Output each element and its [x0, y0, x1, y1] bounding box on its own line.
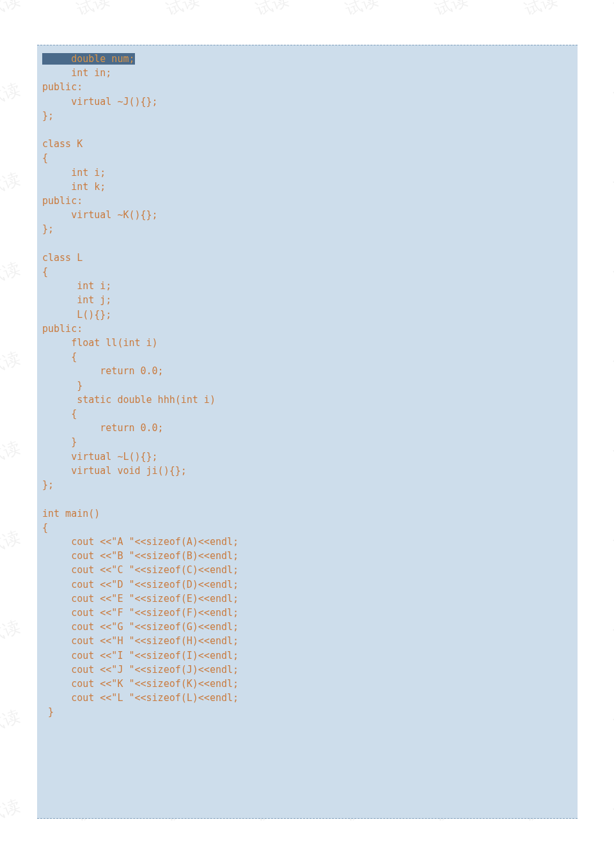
code-line: int j;: [42, 294, 111, 306]
code-line: }: [42, 380, 83, 391]
code-line: int k;: [42, 181, 106, 193]
code-line: class K: [42, 138, 83, 150]
watermark-text: 试读: [611, 705, 614, 738]
watermark-text: 试读: [0, 436, 23, 469]
watermark-text: 试读: [0, 257, 23, 290]
watermark-text: 试读: [0, 168, 23, 200]
watermark-text: 试读: [432, 0, 471, 21]
code-line: virtual ~J(){};: [42, 96, 158, 107]
code-line: cout <<"C "<<sizeof(C)<<endl;: [42, 564, 239, 576]
code-line: {: [42, 266, 48, 278]
watermark-text: 试读: [0, 78, 23, 111]
code-line: };: [42, 479, 54, 491]
code-line: cout <<"J "<<sizeof(J)<<endl;: [42, 664, 239, 675]
watermark-text: 试读: [611, 347, 614, 379]
code-line: };: [42, 110, 54, 122]
watermark-text: 试读: [611, 78, 614, 111]
watermark-text: 试读: [0, 347, 23, 379]
code-line: class L: [42, 252, 83, 264]
code-line: int in;: [42, 67, 111, 79]
code-line: virtual ~K(){};: [42, 209, 158, 221]
code-line: L(){};: [42, 309, 111, 320]
watermark-text: 试读: [611, 436, 614, 469]
watermark-text: 试读: [0, 794, 23, 827]
code-line: cout <<"H "<<sizeof(H)<<endl;: [42, 635, 239, 647]
watermark-text: 试读: [611, 794, 614, 827]
watermark-text: 试读: [522, 0, 561, 21]
code-line: int i;: [42, 280, 111, 292]
watermark-text: 试读: [611, 257, 614, 290]
watermark-text: 试读: [164, 0, 203, 21]
watermark-text: 试读: [611, 526, 614, 558]
watermark-text: 试读: [0, 615, 23, 648]
code-line: cout <<"G "<<sizeof(G)<<endl;: [42, 621, 239, 633]
code-line: {: [42, 408, 77, 420]
code-line: return 0.0;: [42, 365, 164, 377]
code-line: cout <<"F "<<sizeof(F)<<endl;: [42, 607, 239, 619]
code-line: {: [42, 152, 48, 164]
watermark-text: 试读: [611, 0, 614, 21]
code-line: cout <<"L "<<sizeof(L)<<endl;: [42, 692, 239, 704]
code-line: cout <<"A "<<sizeof(A)<<endl;: [42, 536, 239, 548]
code-line: double num;: [42, 53, 135, 65]
code-line: cout <<"D "<<sizeof(D)<<endl;: [42, 579, 239, 590]
code-line: int i;: [42, 167, 106, 178]
code-line: public:: [42, 81, 83, 93]
code-line: }: [42, 436, 77, 448]
code-line: public:: [42, 195, 83, 207]
watermark-text: 试读: [611, 615, 614, 648]
code-line: virtual ~L(){};: [42, 451, 158, 462]
watermark-text: 试读: [74, 0, 113, 21]
code-line: }: [42, 706, 54, 718]
watermark-text: 试读: [343, 0, 382, 21]
code-line: float ll(int i): [42, 337, 158, 349]
watermark-text: 试读: [0, 705, 23, 738]
watermark-text: 试读: [0, 526, 23, 558]
code-line: public:: [42, 323, 83, 335]
code-line: cout <<"E "<<sizeof(E)<<endl;: [42, 593, 239, 604]
code-line: return 0.0;: [42, 422, 164, 434]
code-line: cout <<"K "<<sizeof(K)<<endl;: [42, 678, 239, 690]
watermark-text: 试读: [253, 0, 292, 21]
code-line: static double hhh(int i): [42, 394, 216, 406]
code-line: int main(): [42, 508, 100, 519]
code-line: cout <<"B "<<sizeof(B)<<endl;: [42, 550, 239, 562]
watermark-text: 试读: [611, 168, 614, 200]
code-line: {: [42, 351, 77, 363]
code-line: cout <<"I "<<sizeof(I)<<endl;: [42, 650, 239, 661]
code-line: {: [42, 522, 48, 533]
code-block: double num; int in; public: virtual ~J()…: [37, 45, 578, 819]
code-line: virtual void ji(){};: [42, 465, 187, 477]
code-line: };: [42, 223, 54, 235]
watermark-text: 试读: [0, 0, 23, 21]
